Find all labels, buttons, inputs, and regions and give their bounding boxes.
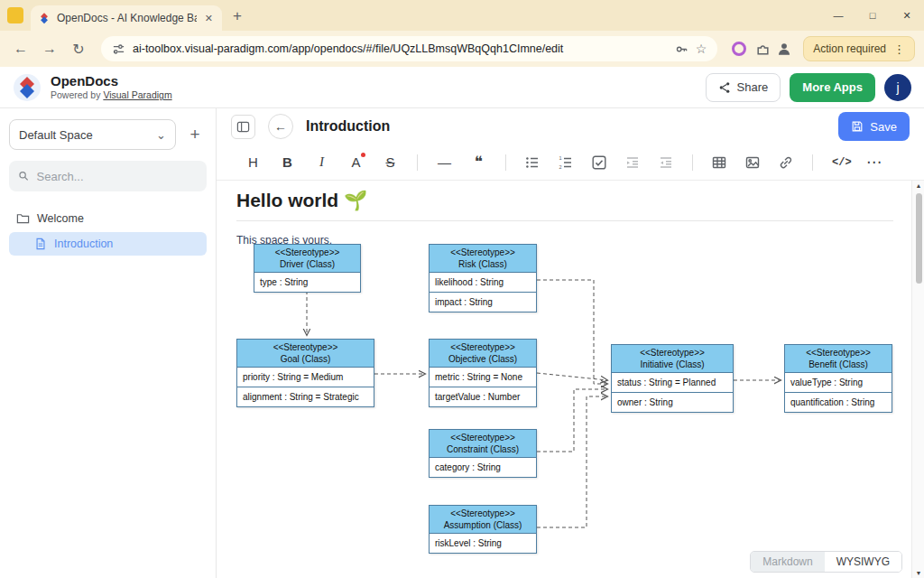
action-required-label: Action required: [813, 42, 886, 55]
uml-class-risk[interactable]: <<Stereotype>> Risk (Class) likelihood :…: [429, 244, 537, 312]
browser-tab[interactable]: OpenDocs - AI Knowledge Base ✕: [31, 5, 222, 31]
site-info-tune-icon[interactable]: [112, 42, 125, 56]
browser-window: OpenDocs - AI Knowledge Base ✕ + — □ ✕ ←…: [0, 0, 924, 578]
uml-class-name: Assumption (Class): [431, 519, 534, 531]
share-icon: [718, 81, 731, 94]
document-heading[interactable]: Hello world 🌱: [236, 190, 893, 211]
share-button[interactable]: Share: [706, 73, 781, 102]
uml-class-benefit[interactable]: <<Stereotype>> Benefit (Class) valueType…: [784, 344, 892, 413]
uml-attribute: valueType : String: [785, 373, 892, 392]
app-title: OpenDocs: [51, 73, 172, 90]
profile-icon[interactable]: [776, 41, 792, 57]
save-button[interactable]: Save: [838, 112, 910, 141]
more-apps-label: More Apps: [802, 80, 863, 94]
forward-icon[interactable]: →: [38, 37, 61, 61]
toolbar-divider: [417, 154, 418, 171]
image-button[interactable]: [745, 155, 760, 170]
uml-class-driver[interactable]: <<Stereotype>> Driver (Class) type : Str…: [254, 244, 361, 293]
numbered-list-button[interactable]: 1 2: [559, 155, 573, 170]
scroll-up-icon[interactable]: ▲: [912, 182, 924, 189]
bookmark-star-icon[interactable]: ☆: [696, 42, 707, 56]
search-box[interactable]: [9, 161, 207, 191]
uml-attribute: targetValue : Number: [430, 387, 536, 406]
save-label: Save: [870, 120, 897, 134]
tree-item-label: Introduction: [54, 238, 113, 250]
share-label: Share: [737, 80, 769, 94]
formatting-toolbar: H B I A S — ❝ 1 2: [217, 144, 924, 181]
chevron-down-icon: ⌄: [156, 128, 166, 142]
back-icon[interactable]: ←: [9, 37, 32, 61]
uml-class-name: Risk (Class): [431, 258, 534, 270]
url-text[interactable]: ai-toolbox.visual-paradigm.com/app/opend…: [133, 42, 668, 55]
code-block-button[interactable]: </>: [832, 157, 847, 168]
indent-decrease-button[interactable]: [659, 155, 673, 170]
search-input[interactable]: [37, 170, 198, 183]
more-apps-button[interactable]: More Apps: [790, 73, 875, 102]
link-button[interactable]: [779, 155, 793, 170]
tab-title: OpenDocs - AI Knowledge Base: [57, 12, 197, 24]
italic-button[interactable]: I: [314, 155, 329, 169]
text-color-button[interactable]: A: [348, 155, 364, 169]
add-document-button[interactable]: +: [183, 125, 207, 144]
uml-attribute: owner : String: [612, 392, 733, 412]
tab-strip: OpenDocs - AI Knowledge Base ✕ + — □ ✕: [0, 0, 924, 31]
document-editor[interactable]: Hello world 🌱 This space is yours.: [217, 181, 924, 578]
more-menu-icon[interactable]: ⋮: [893, 42, 905, 56]
tab-close-icon[interactable]: ✕: [203, 13, 215, 24]
uml-attribute: quantification : String: [785, 392, 892, 412]
new-tab-button[interactable]: +: [222, 7, 253, 31]
strikethrough-button[interactable]: S: [383, 155, 398, 169]
browser-toolbar: ← → ↻ ai-toolbox.visual-paradigm.com/app…: [0, 31, 924, 67]
space-selector[interactable]: Default Space ⌄: [9, 119, 176, 150]
uml-class-constraint[interactable]: <<Stereotype>> Constraint (Class) catego…: [429, 429, 537, 478]
close-button[interactable]: ✕: [890, 0, 924, 31]
tab-favicon-icon: [38, 12, 51, 24]
wysiwyg-mode-button[interactable]: WYSIWYG: [825, 552, 901, 572]
uml-stereotype: <<Stereotype>>: [431, 341, 534, 353]
scroll-down-icon[interactable]: ▼: [912, 570, 924, 576]
uml-class-name: Benefit (Class): [787, 359, 890, 370]
horizontal-rule-button[interactable]: —: [437, 155, 452, 169]
svg-text:2: 2: [559, 163, 561, 169]
save-icon: [851, 120, 864, 133]
toggle-sidebar-button[interactable]: [231, 115, 255, 139]
uml-class-name: Initiative (Class): [614, 359, 731, 370]
sidebar-item-welcome[interactable]: Welcome: [9, 206, 207, 230]
user-avatar[interactable]: j: [884, 74, 911, 101]
back-button[interactable]: ←: [268, 114, 293, 139]
visual-paradigm-link[interactable]: Visual Paradigm: [103, 89, 171, 100]
refresh-icon[interactable]: ↻: [67, 37, 90, 61]
uml-class-goal[interactable]: <<Stereotype>> Goal (Class) priority : S…: [236, 339, 374, 407]
editor-scrollbar[interactable]: ▲ ▼: [911, 181, 924, 578]
action-required-button[interactable]: Action required ⋮: [803, 36, 915, 61]
sidebar-item-introduction[interactable]: Introduction: [9, 232, 207, 256]
maximize-button[interactable]: □: [855, 0, 890, 31]
table-button[interactable]: [712, 155, 726, 170]
markdown-mode-button[interactable]: Markdown: [751, 552, 824, 572]
folder-icon: [16, 211, 30, 225]
bullet-list-button[interactable]: [525, 155, 540, 170]
uml-class-objective[interactable]: <<Stereotype>> Objective (Class) metric …: [429, 339, 537, 407]
address-bar[interactable]: ai-toolbox.visual-paradigm.com/app/opend…: [101, 36, 717, 61]
uml-attribute: type : String: [254, 273, 360, 292]
toolbar-more-button[interactable]: ⋯: [866, 154, 882, 170]
checklist-button[interactable]: [592, 155, 606, 170]
minimize-button[interactable]: —: [821, 0, 855, 31]
main-panel: ← Introduction Save H B I A S —: [217, 108, 924, 578]
profile-color-chip[interactable]: [7, 7, 23, 23]
uml-class-name: Driver (Class): [256, 258, 358, 270]
indent-increase-button[interactable]: [625, 155, 640, 170]
uml-attribute: status : String = Planned: [612, 373, 733, 392]
panel-icon: [236, 120, 250, 134]
uml-class-initiative[interactable]: <<Stereotype>> Initiative (Class) status…: [611, 344, 734, 413]
extensions-puzzle-icon[interactable]: [755, 42, 771, 57]
password-key-icon[interactable]: [675, 42, 688, 56]
scrollbar-thumb[interactable]: [916, 193, 922, 284]
blockquote-button[interactable]: ❝: [471, 154, 486, 170]
extension-icon[interactable]: [732, 42, 746, 56]
uml-class-assumption[interactable]: <<Stereotype>> Assumption (Class) riskLe…: [429, 505, 537, 554]
heading-button[interactable]: H: [245, 155, 261, 169]
uml-stereotype: <<Stereotype>>: [431, 432, 534, 443]
toolbar-divider: [692, 154, 693, 171]
bold-button[interactable]: B: [280, 155, 295, 169]
